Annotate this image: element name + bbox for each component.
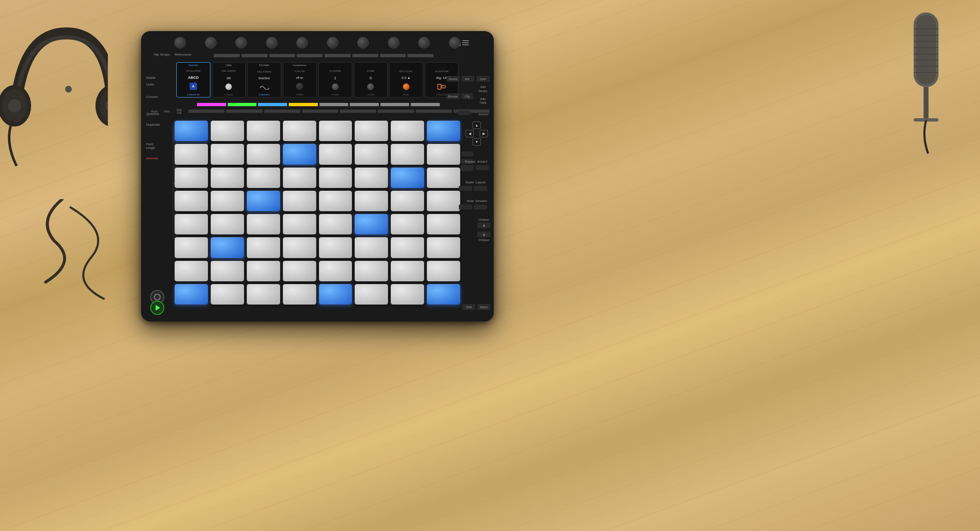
fixed-length-button[interactable]: FixedLength	[146, 142, 171, 150]
convert-button[interactable]: Convert	[146, 95, 171, 99]
pad-r5-c5[interactable]	[354, 237, 388, 258]
pad-r1-c3[interactable]	[283, 144, 317, 165]
mute-strip-5[interactable]	[340, 110, 376, 113]
quantize-button[interactable]: Quantize	[146, 112, 171, 116]
pad-r2-c5[interactable]	[354, 167, 388, 188]
pad-r3-c6[interactable]	[390, 190, 424, 212]
add-track-button[interactable]: AddTrack	[476, 97, 490, 105]
top-strip-btn-2[interactable]	[241, 54, 268, 57]
top-strip-btn-6[interactable]	[352, 54, 378, 57]
top-strip-btn-8[interactable]	[407, 54, 434, 57]
top-knob-1[interactable]	[174, 37, 186, 49]
device-button[interactable]: Device	[446, 76, 460, 82]
pad-r6-c2[interactable]	[246, 261, 280, 282]
mute-strip-2[interactable]	[226, 110, 262, 113]
display-cell-1-knob[interactable]	[225, 83, 232, 90]
pad-r6-c7[interactable]	[427, 261, 461, 282]
metronome-button[interactable]: Metronome	[175, 53, 191, 56]
pad-r5-c6[interactable]	[390, 237, 424, 258]
display-cell-0[interactable]: Operator OSCILLATOR ABCD A 1-Reverb 80	[176, 62, 210, 97]
pad-r6-c3[interactable]	[283, 261, 317, 282]
layout-button[interactable]	[474, 186, 487, 191]
session-button[interactable]	[474, 205, 487, 209]
pad-r7-c6[interactable]	[390, 284, 424, 305]
display-cell-6-knob[interactable]	[403, 83, 410, 90]
display-cell-5[interactable]: A FINE 0 A-Rvb	[354, 62, 388, 97]
pad-r0-c4[interactable]	[319, 120, 353, 141]
mute-strip-4[interactable]	[302, 110, 338, 113]
pad-r2-c1[interactable]	[210, 167, 244, 188]
scale-button[interactable]	[459, 186, 472, 191]
display-cell-4[interactable]: A COARSE 1 5-Audio	[318, 62, 352, 97]
top-knob-7[interactable]	[357, 37, 369, 49]
add-device-button[interactable]: AddDevice	[476, 85, 490, 93]
nav-down-button[interactable]: ▼	[473, 138, 481, 146]
track-strip-4[interactable]	[289, 103, 318, 106]
pad-r5-c2[interactable]	[246, 237, 280, 258]
top-knob-9[interactable]	[418, 37, 430, 49]
pad-r2-c7[interactable]	[427, 167, 461, 188]
pad-r2-c2[interactable]	[246, 167, 280, 188]
top-knob-4[interactable]	[266, 37, 278, 49]
nav-up-button[interactable]: ▲	[473, 122, 481, 129]
display-cell-3-knob[interactable]	[296, 83, 303, 90]
mute-strip-7[interactable]	[416, 110, 452, 113]
top-knob-8[interactable]	[388, 37, 400, 49]
display-cell-5-knob[interactable]	[367, 83, 374, 90]
pad-r2-c3[interactable]	[283, 167, 317, 188]
pad-r5-c0[interactable]	[174, 237, 208, 258]
pad-r6-c1[interactable]	[210, 261, 244, 282]
repeat-button[interactable]	[461, 165, 474, 170]
octave-up-button[interactable]: ∧	[477, 222, 490, 228]
pad-r1-c6[interactable]	[390, 144, 424, 165]
top-knob-2[interactable]	[205, 37, 217, 49]
pad-r1-c5[interactable]	[354, 144, 388, 165]
nav-right-button[interactable]: ▶	[480, 130, 488, 137]
track-strip-5[interactable]	[319, 103, 349, 106]
pad-r6-c4[interactable]	[319, 261, 353, 282]
pad-r3-c4[interactable]	[319, 190, 353, 212]
pad-r0-c6[interactable]	[390, 120, 424, 141]
display-cell-4-knob[interactable]	[332, 83, 339, 90]
pad-r3-c0[interactable]	[174, 190, 208, 212]
top-knob-5[interactable]	[296, 37, 308, 49]
pad-r0-c5[interactable]	[354, 120, 388, 141]
undo-button[interactable]: Undo	[146, 83, 171, 86]
play-button[interactable]	[150, 301, 164, 315]
pad-r6-c6[interactable]	[390, 261, 424, 282]
pad-r7-c3[interactable]	[283, 284, 317, 305]
pad-r0-c7[interactable]	[427, 120, 461, 141]
top-knob-3[interactable]	[235, 37, 247, 49]
pad-r0-c2[interactable]	[246, 120, 280, 141]
pad-r5-c3[interactable]	[283, 237, 317, 258]
pad-r5-c7[interactable]	[427, 237, 461, 258]
mix-button[interactable]: Mix	[461, 76, 473, 82]
select-button[interactable]: Select	[477, 304, 490, 310]
mute-strip-1[interactable]	[188, 110, 224, 113]
master-button[interactable]	[458, 111, 471, 115]
pad-r7-c2[interactable]	[246, 284, 280, 305]
shift-button[interactable]: Shift	[462, 304, 475, 310]
pad-r2-c4[interactable]	[319, 167, 353, 188]
display-cell-1[interactable]: Utility OSC-A WAVE on 2 Smpls	[212, 62, 246, 97]
display-cell-3[interactable]: Compressor A FIX ON off on 4-MIDI	[283, 62, 317, 97]
pad-r7-c4[interactable]	[319, 284, 353, 305]
duplicate-button[interactable]: Duplicate	[146, 123, 171, 127]
stop-clip-button[interactable]: StopClip	[173, 108, 185, 114]
track-strip-6[interactable]	[350, 103, 379, 106]
pad-r2-c0[interactable]	[174, 167, 208, 188]
browse-button[interactable]: Browse	[446, 93, 460, 99]
pad-r3-c3[interactable]	[283, 190, 317, 212]
pad-r4-c6[interactable]	[390, 214, 424, 235]
pad-r0-c1[interactable]	[210, 120, 244, 141]
pad-r3-c1[interactable]	[210, 190, 244, 212]
pad-r4-c4[interactable]	[319, 214, 353, 235]
top-strip-btn-1[interactable]	[214, 54, 240, 57]
pad-r1-c4[interactable]	[319, 144, 353, 165]
pad-r3-c5[interactable]	[354, 190, 388, 212]
accent-button[interactable]	[475, 165, 489, 170]
pad-r4-c7[interactable]	[427, 214, 461, 235]
top-knob-10[interactable]	[449, 37, 461, 49]
automate-button[interactable]: Automate	[146, 157, 171, 160]
nav-left-button[interactable]: ◀	[466, 130, 474, 137]
